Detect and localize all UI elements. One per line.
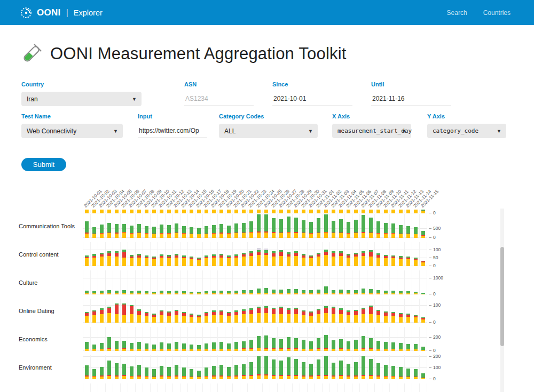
stacked-bar[interactable] xyxy=(294,251,299,266)
stacked-bar[interactable] xyxy=(421,293,426,294)
stacked-bar[interactable] xyxy=(272,338,276,351)
stacked-bar[interactable] xyxy=(227,343,231,351)
stacked-bar[interactable] xyxy=(175,342,179,351)
stacked-bar[interactable] xyxy=(92,345,97,351)
stacked-bar[interactable] xyxy=(347,310,351,323)
stacked-bar[interactable] xyxy=(85,210,89,213)
stacked-bar[interactable] xyxy=(264,249,269,266)
test-name-select[interactable]: Web Connectivity ▼ xyxy=(21,124,123,138)
stacked-bar[interactable] xyxy=(302,340,306,351)
stacked-bar[interactable] xyxy=(234,310,239,323)
stacked-bar[interactable] xyxy=(376,341,381,351)
stacked-bar[interactable] xyxy=(212,210,216,213)
stacked-bar[interactable] xyxy=(160,310,164,323)
stacked-bar[interactable] xyxy=(107,337,112,351)
stacked-bar[interactable] xyxy=(294,218,299,238)
stacked-bar[interactable] xyxy=(279,210,284,213)
stacked-bar[interactable] xyxy=(317,253,321,267)
stacked-bar[interactable] xyxy=(92,291,97,294)
stacked-bar[interactable] xyxy=(167,311,171,323)
stacked-bar[interactable] xyxy=(152,210,156,213)
stacked-bar[interactable] xyxy=(362,336,366,351)
stacked-bar[interactable] xyxy=(107,361,112,379)
stacked-bar[interactable] xyxy=(264,335,269,351)
stacked-bar[interactable] xyxy=(421,317,426,323)
stacked-bar[interactable] xyxy=(347,210,351,213)
chart-scrollbar-thumb[interactable] xyxy=(500,247,504,346)
stacked-bar[interactable] xyxy=(324,356,328,379)
stacked-bar[interactable] xyxy=(107,307,112,323)
stacked-bar[interactable] xyxy=(92,254,97,266)
stacked-bar[interactable] xyxy=(287,337,291,351)
stacked-bar[interactable] xyxy=(354,220,358,238)
stacked-bar[interactable] xyxy=(287,252,291,266)
stacked-bar[interactable] xyxy=(100,210,104,213)
stacked-bar[interactable] xyxy=(122,224,127,238)
submit-button[interactable]: Submit xyxy=(21,158,66,171)
stacked-bar[interactable] xyxy=(369,250,373,266)
stacked-bar[interactable] xyxy=(234,223,239,238)
stacked-bar[interactable] xyxy=(399,291,403,294)
input-field[interactable] xyxy=(138,124,207,138)
stacked-bar[interactable] xyxy=(384,210,388,213)
stacked-bar[interactable] xyxy=(182,343,186,351)
stacked-bar[interactable] xyxy=(122,364,127,379)
stacked-bar[interactable] xyxy=(227,367,231,379)
stacked-bar[interactable] xyxy=(406,314,411,323)
stacked-bar[interactable] xyxy=(264,306,269,323)
stacked-bar[interactable] xyxy=(160,366,164,379)
stacked-bar[interactable] xyxy=(332,307,336,323)
stacked-bar[interactable] xyxy=(339,308,343,323)
stacked-bar[interactable] xyxy=(384,311,388,323)
stacked-bar[interactable] xyxy=(190,345,194,351)
stacked-bar[interactable] xyxy=(339,339,343,351)
stacked-bar[interactable] xyxy=(137,254,142,266)
stacked-bar[interactable] xyxy=(227,312,231,323)
stacked-bar[interactable] xyxy=(242,253,246,266)
stacked-bar[interactable] xyxy=(391,342,396,351)
stacked-bar[interactable] xyxy=(249,251,254,266)
stacked-bar[interactable] xyxy=(317,218,321,238)
stacked-bar[interactable] xyxy=(100,253,104,266)
stacked-bar[interactable] xyxy=(167,255,171,266)
stacked-bar[interactable] xyxy=(122,303,127,323)
stacked-bar[interactable] xyxy=(205,255,209,266)
stacked-bar[interactable] xyxy=(309,364,313,379)
stacked-bar[interactable] xyxy=(332,210,336,213)
stacked-bar[interactable] xyxy=(384,342,388,351)
x-axis-select[interactable]: measurement_start_day ▼ xyxy=(332,124,411,138)
stacked-bar[interactable] xyxy=(369,338,373,351)
stacked-bar[interactable] xyxy=(130,291,134,294)
stacked-bar[interactable] xyxy=(234,254,239,267)
stacked-bar[interactable] xyxy=(391,291,396,294)
stacked-bar[interactable] xyxy=(406,291,411,294)
stacked-bar[interactable] xyxy=(130,366,134,379)
ooni-explorer-brand[interactable]: OONI | Explorer xyxy=(20,7,103,19)
stacked-bar[interactable] xyxy=(376,221,381,238)
stacked-bar[interactable] xyxy=(279,219,284,238)
stacked-bar[interactable] xyxy=(115,251,119,267)
stacked-bar[interactable] xyxy=(212,225,216,238)
stacked-bar[interactable] xyxy=(137,342,142,351)
stacked-bar[interactable] xyxy=(167,210,171,213)
until-input[interactable] xyxy=(371,92,451,106)
stacked-bar[interactable] xyxy=(122,341,127,351)
stacked-bar[interactable] xyxy=(362,210,366,213)
stacked-bar[interactable] xyxy=(324,210,328,213)
stacked-bar[interactable] xyxy=(414,315,418,323)
stacked-bar[interactable] xyxy=(137,365,142,379)
stacked-bar[interactable] xyxy=(145,291,149,294)
stacked-bar[interactable] xyxy=(294,289,299,294)
stacked-bar[interactable] xyxy=(182,255,186,266)
stacked-bar[interactable] xyxy=(324,286,328,294)
stacked-bar[interactable] xyxy=(152,292,156,294)
stacked-bar[interactable] xyxy=(242,341,246,351)
stacked-bar[interactable] xyxy=(175,291,179,294)
stacked-bar[interactable] xyxy=(399,343,403,351)
stacked-bar[interactable] xyxy=(257,248,261,266)
y-axis-select[interactable]: category_code ▼ xyxy=(427,124,506,138)
stacked-bar[interactable] xyxy=(421,347,426,351)
stacked-bar[interactable] xyxy=(85,312,89,323)
stacked-bar[interactable] xyxy=(242,309,246,323)
stacked-bar[interactable] xyxy=(85,342,89,351)
